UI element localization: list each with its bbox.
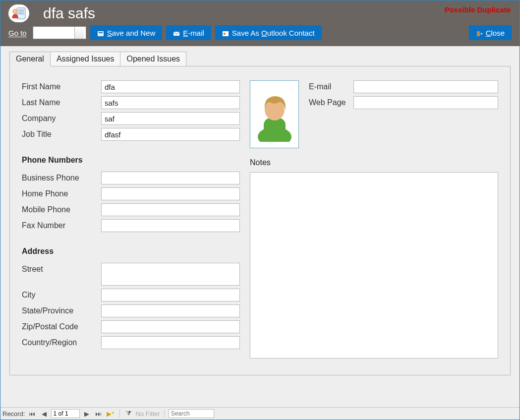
door-exit-icon bbox=[476, 30, 483, 36]
svg-rect-5 bbox=[98, 31, 104, 36]
tab-general[interactable]: General bbox=[9, 52, 51, 66]
right-column: E-mail Web Page Notes bbox=[250, 80, 498, 360]
toolbar: Go to Save and New E-mail Save As Outloo… bbox=[0, 25, 520, 46]
record-navigator: Record: ⏮ ◀ ▶ ⏭ ▶* ⧩ No Filter bbox=[0, 407, 520, 420]
last-name-input[interactable] bbox=[101, 96, 240, 109]
chevron-down-icon bbox=[78, 31, 82, 34]
svg-point-4 bbox=[13, 9, 17, 14]
svg-rect-6 bbox=[99, 32, 103, 33]
home-phone-label: Home Phone bbox=[22, 189, 101, 198]
svg-rect-0 bbox=[17, 8, 25, 19]
job-title-label: Job Title bbox=[22, 130, 101, 139]
mobile-phone-input[interactable] bbox=[101, 203, 240, 216]
nav-next-icon[interactable]: ▶ bbox=[82, 409, 92, 418]
company-input[interactable] bbox=[101, 112, 240, 125]
notes-input[interactable] bbox=[250, 172, 498, 359]
business-phone-label: Business Phone bbox=[22, 174, 101, 182]
first-name-label: First Name bbox=[22, 82, 101, 91]
city-input[interactable] bbox=[101, 289, 240, 301]
email-input[interactable] bbox=[353, 80, 498, 93]
close-button[interactable]: Close bbox=[469, 25, 512, 40]
nav-first-icon[interactable]: ⏮ bbox=[27, 409, 37, 418]
address-section-title: Address bbox=[22, 247, 240, 256]
tab-strip: General Assigned Issues Opened Issues bbox=[9, 51, 511, 66]
job-title-input[interactable] bbox=[101, 128, 240, 141]
country-input[interactable] bbox=[101, 336, 240, 349]
record-label: Record: bbox=[2, 410, 25, 418]
state-input[interactable] bbox=[101, 304, 240, 317]
contact-avatar[interactable] bbox=[250, 80, 299, 148]
title-bar: dfa safs bbox=[0, 0, 520, 25]
nav-last-icon[interactable]: ⏭ bbox=[94, 409, 104, 418]
street-label: Street bbox=[22, 263, 101, 274]
home-phone-input[interactable] bbox=[101, 187, 240, 200]
city-label: City bbox=[22, 291, 101, 300]
tab-assigned-issues[interactable]: Assigned Issues bbox=[51, 52, 121, 66]
nav-prev-icon[interactable]: ◀ bbox=[39, 409, 49, 418]
general-panel: First Name Last Name Company Job Title P… bbox=[9, 66, 511, 375]
save-as-outlook-button[interactable]: Save As Outlook Contact bbox=[215, 25, 322, 40]
first-name-input[interactable] bbox=[101, 80, 240, 93]
notes-label: Notes bbox=[250, 158, 498, 167]
business-phone-input[interactable] bbox=[101, 172, 240, 184]
goto-dropdown[interactable] bbox=[33, 26, 86, 39]
no-filter-label: No Filter bbox=[136, 410, 160, 418]
email-field-label: E-mail bbox=[309, 82, 353, 91]
save-icon bbox=[97, 30, 104, 36]
record-search-input[interactable] bbox=[169, 409, 214, 418]
last-name-label: Last Name bbox=[22, 98, 101, 107]
webpage-input[interactable] bbox=[353, 96, 498, 109]
phone-section-title: Phone Numbers bbox=[22, 156, 240, 165]
email-button[interactable]: E-mail bbox=[166, 25, 211, 40]
record-position-input[interactable] bbox=[51, 409, 80, 418]
zip-label: Zip/Postal Code bbox=[22, 322, 101, 331]
state-label: State/Province bbox=[22, 306, 101, 315]
page-title: dfa safs bbox=[43, 5, 95, 22]
country-label: Country/Region bbox=[22, 338, 101, 347]
fax-label: Fax Number bbox=[22, 221, 101, 230]
content-area: General Assigned Issues Opened Issues Fi… bbox=[0, 46, 520, 407]
svg-rect-10 bbox=[477, 31, 480, 36]
contact-card-icon bbox=[8, 4, 29, 22]
header: Possible Duplicate dfa safs Go to Save a… bbox=[0, 0, 520, 46]
goto-label: Go to bbox=[8, 29, 27, 37]
mail-icon bbox=[173, 30, 180, 36]
street-input[interactable] bbox=[101, 263, 240, 286]
duplicate-warning: Possible Duplicate bbox=[445, 5, 511, 14]
save-and-new-button[interactable]: Save and New bbox=[90, 25, 163, 40]
outlook-icon bbox=[222, 30, 229, 36]
mobile-phone-label: Mobile Phone bbox=[22, 205, 101, 214]
fax-input[interactable] bbox=[101, 219, 240, 232]
svg-point-9 bbox=[224, 33, 226, 35]
nav-new-icon[interactable]: ▶* bbox=[106, 409, 116, 418]
svg-rect-12 bbox=[264, 118, 286, 137]
filter-icon[interactable]: ⧩ bbox=[124, 409, 134, 418]
webpage-label: Web Page bbox=[309, 98, 353, 107]
left-column: First Name Last Name Company Job Title P… bbox=[22, 80, 240, 360]
tab-opened-issues[interactable]: Opened Issues bbox=[120, 52, 186, 66]
company-label: Company bbox=[22, 114, 101, 123]
zip-input[interactable] bbox=[101, 320, 240, 333]
